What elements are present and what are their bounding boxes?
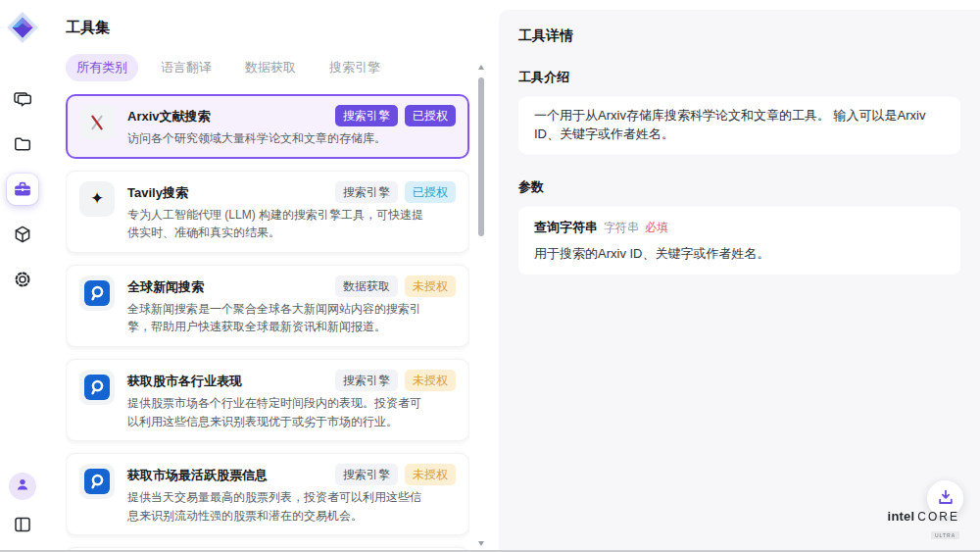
- category-badge: 数据获取: [335, 276, 398, 297]
- cube-icon: [13, 225, 32, 244]
- toolset-panel: 工具集 所有类别 语言翻译 数据获取 搜索引擎 Arxiv文献搜索 搜索引擎 已…: [45, 0, 499, 552]
- blue-search-icon: [79, 370, 115, 405]
- param-name: 查询字符串: [534, 219, 598, 236]
- blue-search-icon: [79, 276, 115, 311]
- category-badge: 搜索引擎: [335, 464, 398, 485]
- card-body: 获取股市各行业表现 搜索引擎 未授权 提供股票市场各个行业在特定时间段内的表现。…: [127, 370, 456, 430]
- brand-core-text: CORE: [917, 510, 959, 524]
- category-badge: 搜索引擎: [335, 105, 398, 126]
- tool-description: 提供股票市场各个行业在特定时间段内的表现。投资者可以利用这些信息来识别表现优于或…: [127, 394, 423, 430]
- tool-description: 提供当天交易量最高的股票列表，投资者可以利用这些信息来识别流动性强的股票和潜在的…: [127, 488, 423, 525]
- param-description: 用于搜索的Arxiv ID、关键字或作者姓名。: [534, 245, 945, 263]
- sidebar-item-panel-toggle[interactable]: [7, 509, 38, 540]
- param-type: 字符串: [604, 220, 639, 236]
- card-body: Arxiv文献搜索 搜索引擎 已授权 访问各个研究领域大量科学论文和文章的存储库…: [127, 105, 456, 148]
- tool-card-arxiv[interactable]: Arxiv文献搜索 搜索引擎 已授权 访问各个研究领域大量科学论文和文章的存储库…: [66, 94, 469, 159]
- tool-title: 获取股市各行业表现: [127, 370, 335, 390]
- list-scrollbar[interactable]: [476, 65, 487, 546]
- arxiv-x-icon: [79, 105, 115, 140]
- icon-sidebar: [0, 0, 45, 552]
- tool-description: 专为人工智能代理 (LLM) 构建的搜索引擎工具，可快速提供实时、准确和真实的结…: [127, 206, 423, 242]
- person-icon: [15, 477, 30, 496]
- intel-core-logo: intel CORE ULTRA: [888, 509, 959, 541]
- download-icon: [936, 487, 956, 510]
- toolset-title: 工具集: [66, 19, 499, 37]
- tool-details-panel: 工具详情 工具介绍 一个用于从Arxiv存储库搜索科学论文和文章的工具。 输入可…: [499, 10, 980, 552]
- status-badge: 未授权: [405, 276, 456, 297]
- tool-title: Arxiv文献搜索: [127, 105, 335, 125]
- tool-description: 访问各个研究领域大量科学论文和文章的存储库。: [127, 129, 423, 148]
- details-title: 工具详情: [518, 27, 960, 45]
- card-body: 获取市场最活跃股票信息 搜索引擎 未授权 提供当天交易量最高的股票列表，投资者可…: [127, 464, 456, 525]
- sidebar-item-chat[interactable]: [7, 83, 38, 115]
- gear-icon: [13, 270, 32, 289]
- scroll-down-arrow-icon[interactable]: [478, 541, 484, 546]
- blue-search-icon: [79, 464, 115, 499]
- tool-description: 全球新闻搜索是一个聚合全球各大新闻网站内容的搜索引擎，帮助用户快速获取全球最新资…: [127, 300, 423, 336]
- intro-heading: 工具介绍: [518, 69, 960, 86]
- status-badge: 未授权: [405, 464, 456, 485]
- status-badge: 已授权: [405, 105, 456, 126]
- tab-language-translation[interactable]: 语言翻译: [150, 54, 222, 81]
- tab-search-engine[interactable]: 搜索引擎: [318, 54, 391, 81]
- params-heading: 参数: [518, 178, 960, 196]
- param-required-flag: 必填: [645, 220, 668, 236]
- app-logo: [6, 11, 39, 44]
- scrollbar-thumb[interactable]: [478, 77, 484, 236]
- tool-card-sector-performance[interactable]: 获取股市各行业表现 搜索引擎 未授权 提供股票市场各个行业在特定时间段内的表现。…: [66, 359, 469, 441]
- toolbox-icon: [13, 179, 32, 199]
- tool-card-most-active-stocks[interactable]: 获取市场最活跃股票信息 搜索引擎 未授权 提供当天交易量最高的股票列表，投资者可…: [66, 453, 469, 535]
- sidebar-bottom: [7, 473, 38, 540]
- sparkle-icon: ✦: [79, 181, 115, 217]
- status-badge: 未授权: [405, 370, 456, 391]
- tool-card-tavily[interactable]: ✦ Tavily搜索 搜索引擎 已授权 专为人工智能代理 (LLM) 构建的搜索…: [66, 171, 469, 253]
- category-badge: 搜索引擎: [335, 181, 398, 203]
- card-body: 全球新闻搜索 数据获取 未授权 全球新闻搜索是一个聚合全球各大新闻网站内容的搜索…: [127, 276, 456, 336]
- tool-card-global-news[interactable]: 全球新闻搜索 数据获取 未授权 全球新闻搜索是一个聚合全球各大新闻网站内容的搜索…: [66, 265, 469, 347]
- sidebar-item-toolbox[interactable]: [7, 174, 38, 205]
- scroll-up-arrow-icon[interactable]: [478, 65, 484, 70]
- card-body: Tavily搜索 搜索引擎 已授权 专为人工智能代理 (LLM) 构建的搜索引擎…: [127, 181, 456, 242]
- sidebar-item-packages[interactable]: [7, 219, 38, 250]
- sidebar-item-settings[interactable]: [7, 264, 38, 295]
- tool-title: Tavily搜索: [127, 181, 335, 202]
- brand-intel-text: intel: [888, 509, 915, 524]
- tab-all-categories[interactable]: 所有类别: [66, 54, 138, 81]
- folder-icon: [13, 134, 32, 154]
- category-badge: 搜索引擎: [335, 370, 398, 391]
- tool-title: 获取市场最活跃股票信息: [127, 464, 335, 484]
- brand-ultra-badge: ULTRA: [931, 531, 959, 539]
- user-avatar[interactable]: [9, 473, 36, 500]
- tab-data-retrieval[interactable]: 数据获取: [234, 54, 307, 81]
- category-tabs: 所有类别 语言翻译 数据获取 搜索引擎: [66, 54, 499, 81]
- panel-layout-icon: [13, 515, 32, 534]
- sidebar-item-files[interactable]: [7, 128, 38, 160]
- chat-icon: [13, 89, 32, 109]
- parameter-card: 查询字符串 字符串 必填 用于搜索的Arxiv ID、关键字或作者姓名。: [518, 207, 960, 275]
- tool-card-list: Arxiv文献搜索 搜索引擎 已授权 访问各个研究领域大量科学论文和文章的存储库…: [66, 94, 469, 552]
- status-badge: 已授权: [405, 181, 456, 203]
- intro-card: 一个用于从Arxiv存储库搜索科学论文和文章的工具。 输入可以是Arxiv ID…: [518, 97, 960, 154]
- intro-text: 一个用于从Arxiv存储库搜索科学论文和文章的工具。 输入可以是Arxiv ID…: [534, 108, 925, 141]
- tool-title: 全球新闻搜索: [127, 276, 335, 296]
